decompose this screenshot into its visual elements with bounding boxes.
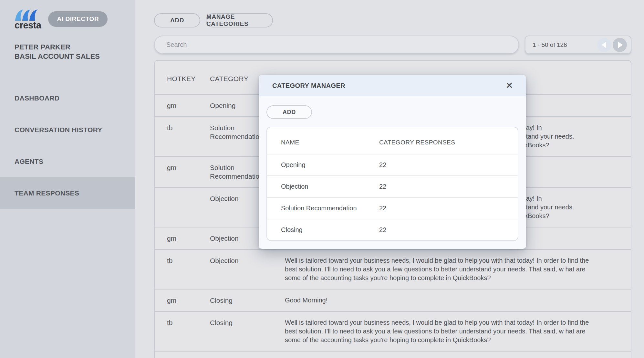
responses-column-header: CATEGORY RESPONSES — [379, 139, 518, 146]
close-icon[interactable]: ✕ — [506, 81, 513, 90]
hotkey-column-header: HOTKEY — [167, 74, 210, 83]
category-name: Opening — [281, 161, 379, 169]
waves-icon — [15, 9, 39, 21]
hotkey-cell: gm — [167, 101, 210, 110]
sidebar-item-label: AGENTS — [15, 158, 43, 165]
hotkey-cell — [167, 194, 210, 220]
category-count: 22 — [379, 161, 518, 169]
user-name: PETER PARKER — [15, 42, 100, 52]
team-name: BASIL ACCOUNT SALES — [15, 52, 100, 61]
modal-body: ADD NAME CATEGORY RESPONSES Opening 22 O… — [259, 96, 526, 241]
response-cell: Well is tailored toward your business ne… — [285, 318, 631, 344]
category-row[interactable]: Objection 22 — [267, 175, 518, 197]
cresta-logo: cresta — [15, 9, 41, 31]
hotkey-cell: gm — [167, 234, 210, 243]
table-row[interactable]: tb Closing Well is tailored toward your … — [155, 311, 631, 351]
sidebar-item-label: DASHBOARD — [15, 94, 59, 102]
pagination-range: 1 - 50 of 126 — [533, 41, 596, 48]
manage-categories-button[interactable]: MANAGE CATEGORIES — [206, 13, 273, 27]
sidebar-item-label: CONVERSATION HISTORY — [15, 126, 102, 134]
table-row[interactable]: gm Closing Good Morning! — [155, 289, 631, 311]
search-box — [154, 36, 519, 54]
table-row[interactable]: gm Opening Good Morning! — [155, 351, 631, 358]
sidebar-item-agents[interactable]: AGENTS — [0, 146, 135, 177]
sidebar: cresta AI DIRECTOR PETER PARKER BASIL AC… — [0, 0, 135, 358]
category-row[interactable]: Closing 22 — [267, 219, 518, 240]
right-arrow-icon — [618, 42, 623, 48]
prev-page-button[interactable] — [597, 38, 611, 52]
category-list-header: NAME CATEGORY RESPONSES — [267, 127, 518, 154]
category-cell: Closing — [210, 318, 285, 344]
hotkey-cell: tb — [167, 256, 210, 282]
table-row[interactable]: tb Objection Well is tailored toward you… — [155, 249, 631, 289]
hotkey-cell: gm — [167, 163, 210, 181]
modal-add-button[interactable]: ADD — [266, 105, 312, 119]
category-cell: Closing — [210, 296, 285, 305]
category-count: 22 — [379, 226, 518, 234]
hotkey-cell: tb — [167, 123, 210, 150]
sidebar-item-conversation-history[interactable]: CONVERSATION HISTORY — [0, 114, 135, 146]
sidebar-nav: DASHBOARD CONVERSATION HISTORY AGENTS TE… — [0, 82, 135, 209]
hotkey-cell: gm — [167, 296, 210, 305]
user-block: PETER PARKER BASIL ACCOUNT SALES — [15, 42, 100, 61]
modal-title: CATEGORY MANAGER — [272, 82, 506, 90]
category-name: Solution Recommendation — [281, 205, 379, 212]
next-page-button[interactable] — [613, 38, 627, 52]
category-list-card: NAME CATEGORY RESPONSES Opening 22 Objec… — [266, 127, 518, 241]
category-name: Closing — [281, 226, 379, 234]
category-count: 22 — [379, 205, 518, 212]
category-count: 22 — [379, 183, 518, 190]
left-arrow-icon — [602, 42, 606, 48]
category-manager-modal: CATEGORY MANAGER ✕ ADD NAME CATEGORY RES… — [259, 75, 526, 249]
category-cell: Objection — [210, 256, 285, 282]
ai-director-badge: AI DIRECTOR — [48, 11, 108, 27]
add-button[interactable]: ADD — [154, 13, 200, 27]
hotkey-cell: tb — [167, 318, 210, 344]
name-column-header: NAME — [281, 139, 379, 146]
sidebar-item-label: TEAM RESPONSES — [15, 189, 79, 197]
pagination: 1 - 50 of 126 — [525, 36, 631, 54]
search-input[interactable] — [155, 36, 518, 53]
response-cell: Well is tailored toward your business ne… — [285, 256, 631, 282]
sidebar-item-team-responses[interactable]: TEAM RESPONSES — [0, 177, 135, 209]
sidebar-item-dashboard[interactable]: DASHBOARD — [0, 82, 135, 114]
category-name: Objection — [281, 183, 379, 190]
logo-wordmark: cresta — [15, 20, 41, 31]
category-row[interactable]: Solution Recommendation 22 — [267, 197, 518, 219]
modal-header: CATEGORY MANAGER ✕ — [259, 75, 526, 96]
logo-row: cresta AI DIRECTOR — [15, 9, 108, 31]
category-row[interactable]: Opening 22 — [267, 154, 518, 175]
response-cell: Good Morning! — [285, 296, 631, 305]
